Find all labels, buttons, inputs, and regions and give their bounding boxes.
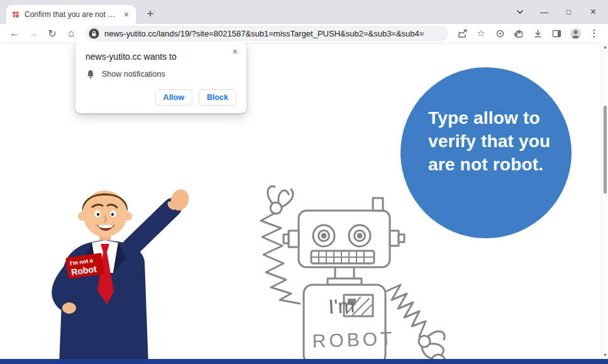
window-controls: — □ × [507,0,605,24]
verify-bubble: Type allow to verify that you are not ro… [401,67,572,238]
minimize-button[interactable]: — [532,0,556,24]
browser-window: Confirm that you are not a robot × + — □… [0,0,608,364]
back-icon[interactable]: ← [6,25,23,41]
scroll-up-icon[interactable]: ▲ [602,45,608,49]
url-text[interactable]: news-yutito.cc/lands/19/?site=8021587&su… [104,29,424,38]
window-close-button[interactable]: × [581,0,605,24]
bubble-line-1: Type allow to [428,106,550,130]
forward-icon[interactable]: → [25,25,41,41]
robot-text-line-1: I'm [328,294,355,318]
home-icon[interactable]: ⌂ [63,25,79,41]
permission-label: Show notifications [102,70,165,79]
vertical-scrollbar[interactable]: ▲ ▼ [601,43,608,359]
profile-avatar[interactable] [568,26,583,41]
dialog-close-icon[interactable]: × [230,45,240,58]
browser-toolbar: ← → ↻ ⌂ news-yutito.cc/lands/19/?site=80… [0,24,608,43]
new-tab-button[interactable]: + [142,6,158,22]
share-icon[interactable] [455,26,470,41]
browser-tab[interactable]: Confirm that you are not a robot × [6,5,136,24]
notification-permission-dialog: × news-yutito.cc wants to Show notificat… [75,43,246,113]
robot-text-line-2: ROBOT [312,328,395,351]
bubble-line-3: are not robot. [428,153,550,176]
tab-favicon-icon [11,10,20,19]
scrollbar-thumb[interactable] [604,106,607,194]
download-icon[interactable] [530,26,545,41]
toolbar-actions: ☆ [455,26,602,41]
page-bottom-bar [0,359,608,364]
tab-title: Confirm that you are not a robot [25,10,118,19]
site-security-lock-icon[interactable] [89,28,99,39]
verify-bubble-text: Type allow to verify that you are not ro… [428,106,550,176]
block-button[interactable]: Block [199,89,236,106]
reload-icon[interactable]: ↻ [44,25,60,41]
titlebar: Confirm that you are not a robot × + — □… [0,0,608,24]
cartoon-man-svg: I'm not a Robot [36,177,195,364]
side-panel-icon[interactable] [549,26,564,41]
page-content: × news-yutito.cc wants to Show notificat… [0,43,608,364]
permission-row: Show notifications [86,69,236,79]
extension-icon[interactable] [492,26,507,41]
scroll-down-icon[interactable]: ▼ [602,353,608,357]
dialog-title: news-yutito.cc wants to [86,52,236,62]
bookmark-star-icon[interactable]: ☆ [473,26,489,41]
bell-icon [86,69,96,79]
cartoon-man-illustration: I'm not a Robot [36,177,195,364]
dialog-buttons: Allow Block [86,89,236,106]
tab-search-chevron-icon[interactable] [507,0,532,24]
allow-button[interactable]: Allow [155,89,192,106]
menu-dots-icon[interactable]: ⋮ [587,26,602,41]
address-bar[interactable]: news-yutito.cc/lands/19/?site=8021587&su… [86,26,448,41]
tab-close-icon[interactable]: × [122,9,131,19]
bubble-line-2: verify that you [428,130,550,153]
maximize-button[interactable]: □ [556,0,581,24]
extensions-puzzle-icon[interactable] [511,26,526,41]
